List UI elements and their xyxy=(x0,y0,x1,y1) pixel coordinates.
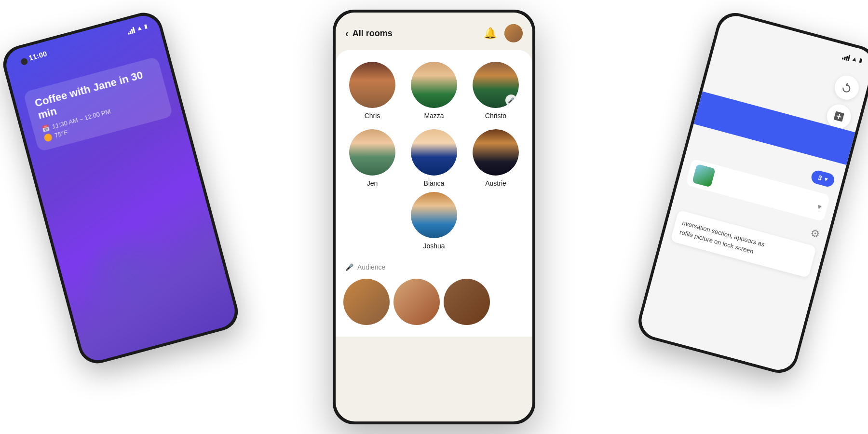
audience-avatar-2[interactable] xyxy=(393,279,440,325)
avatar-jen xyxy=(349,129,395,176)
audience-avatar-3[interactable] xyxy=(444,279,490,325)
audience-avatar-1[interactable] xyxy=(343,279,390,325)
bell-icon[interactable]: 🔔 xyxy=(484,27,497,40)
weather-sun-icon xyxy=(43,133,53,142)
scene: ▲ ▮ 11:00 Coffee with Jane in 30 min 📅 1… xyxy=(0,0,868,434)
clock-time: 11:00 xyxy=(28,49,48,62)
contact-name-christo: Christo xyxy=(485,112,506,120)
back-arrow-icon: ‹ xyxy=(345,28,349,39)
count-badge[interactable]: 3 ▾ xyxy=(810,169,836,188)
notification-card: Coffee with Jane in 30 min 📅 11:30 AM – … xyxy=(23,56,173,152)
back-button[interactable]: ‹ All rooms xyxy=(345,28,393,39)
wifi-icon-right: ▲ xyxy=(851,54,858,63)
battery-icon: ▮ xyxy=(143,23,148,30)
contact-chris[interactable]: Chris xyxy=(343,62,401,120)
contact-bianca[interactable]: Bianca xyxy=(405,129,463,187)
mute-badge-christo: 🎤 xyxy=(505,95,517,106)
audience-section-label: 🎤 Audience xyxy=(343,258,525,275)
mic-icon: 🎤 xyxy=(345,263,353,271)
calendar-icon: 📅 xyxy=(41,124,50,133)
gear-icon[interactable]: ⚙ xyxy=(809,227,821,241)
contact-name-austrie: Austrie xyxy=(485,179,506,187)
signal-icon xyxy=(127,26,136,34)
contacts-area: Chris Mazza xyxy=(336,50,532,337)
contact-mazza[interactable]: Mazza xyxy=(405,62,463,120)
signal-icon-right xyxy=(842,53,851,61)
contact-name-mazza: Mazza xyxy=(424,112,444,120)
phone-right: ▲ ▮ xyxy=(634,9,868,377)
bottom-avatars-row xyxy=(343,279,525,325)
contact-joshua-row[interactable]: Joshua xyxy=(343,192,525,250)
phone-left: ▲ ▮ 11:00 Coffee with Jane in 30 min 📅 1… xyxy=(0,9,242,368)
thumbnail-image xyxy=(692,164,716,188)
rotate-icon-button[interactable] xyxy=(832,73,861,102)
rooms-header: ‹ All rooms 🔔 xyxy=(336,13,532,50)
contact-name-chris: Chris xyxy=(365,112,380,120)
user-avatar-header[interactable] xyxy=(504,24,523,42)
status-bar-left: ▲ ▮ xyxy=(126,23,148,35)
avatar-christo: 🎤 xyxy=(473,62,519,108)
contact-austrie[interactable]: Austrie xyxy=(467,129,525,187)
badge-chevron-icon: ▾ xyxy=(824,176,828,183)
avatar-austrie xyxy=(473,129,519,176)
battery-icon-right: ▮ xyxy=(859,57,863,64)
avatar-bianca xyxy=(411,129,457,176)
avatar-mazza xyxy=(411,62,457,108)
avatar-joshua xyxy=(411,192,457,238)
contacts-grid: Chris Mazza xyxy=(343,62,525,187)
wifi-icon: ▲ xyxy=(136,24,143,32)
contact-name-joshua: Joshua xyxy=(423,242,445,250)
contact-name-bianca: Bianca xyxy=(424,179,445,187)
contact-christo[interactable]: 🎤 Christo xyxy=(467,62,525,120)
header-icons: 🔔 xyxy=(484,24,523,42)
header-title: All rooms xyxy=(353,28,393,39)
thumbnail-chevron-icon: ▾ xyxy=(816,202,823,211)
avatar-chris xyxy=(349,62,395,108)
status-bar-right: ▲ ▮ xyxy=(842,53,863,65)
contact-name-jen: Jen xyxy=(367,179,378,187)
right-top-action-icons xyxy=(824,73,861,131)
badge-count: 3 xyxy=(817,174,823,182)
right-content-area: 3 ▾ ▾ ⚙ nversation sec xyxy=(638,129,845,374)
camera-punch-hole xyxy=(20,57,28,66)
contact-jen[interactable]: Jen xyxy=(343,129,401,187)
phone-center: ‹ All rooms 🔔 xyxy=(333,10,535,424)
